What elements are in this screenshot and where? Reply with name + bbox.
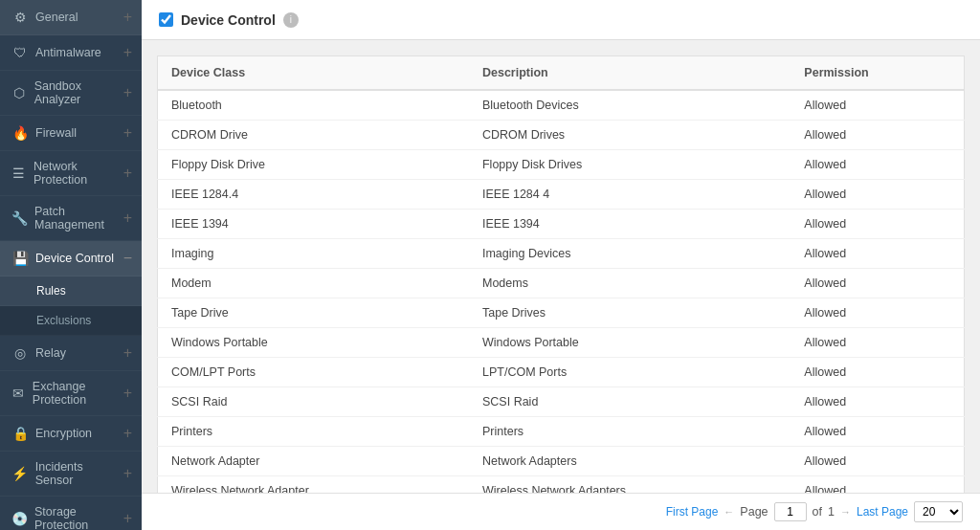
permission-cell: Allowed (791, 269, 964, 298)
device-control-checkbox[interactable] (159, 12, 173, 27)
table-row: ImagingImaging DevicesAllowed (158, 239, 965, 269)
col-header-permission: Permission (791, 56, 964, 91)
sidebar-item-relay[interactable]: ◎Relay+ (0, 336, 142, 371)
permission-cell: Allowed (791, 476, 964, 494)
permission-cell: Allowed (791, 210, 964, 239)
description-cell: Tape Drives (469, 298, 791, 328)
page-number-input[interactable] (774, 502, 807, 521)
incidents-sensor-icon: ⚡ (11, 466, 29, 481)
firewall-icon: 🔥 (11, 125, 29, 141)
sidebar-item-sandbox-analyzer[interactable]: ⬡Sandbox Analyzer+ (0, 71, 142, 116)
device-class-cell[interactable]: Bluetooth (158, 90, 469, 121)
expand-icon: + (123, 84, 132, 101)
page-title: Device Control (181, 12, 276, 28)
expand-icon: + (123, 210, 132, 227)
arrow-left: ← (724, 506, 734, 518)
expand-icon: + (123, 385, 132, 402)
description-cell: Bluetooth Devices (469, 90, 791, 121)
permission-cell: Allowed (791, 239, 964, 269)
sidebar-label-general: General (35, 11, 78, 24)
table-body: BluetoothBluetooth DevicesAllowedCDROM D… (158, 90, 965, 493)
permission-cell: Allowed (791, 150, 964, 180)
sidebar-sub-exclusions[interactable]: Exclusions (0, 306, 142, 336)
description-cell: Floppy Disk Drives (469, 150, 791, 180)
sidebar-label-network-protection: Network Protection (33, 160, 123, 187)
sidebar-label-device-control: Device Control (35, 252, 114, 265)
storage-protection-icon: 💿 (11, 511, 28, 526)
device-class-cell[interactable]: Floppy Disk Drive (158, 150, 469, 180)
table-row: Windows PortableWindows PortableAllowed (158, 328, 965, 358)
description-cell: Network Adapters (469, 447, 791, 476)
last-page-link[interactable]: Last Page (857, 505, 908, 519)
description-cell: Imaging Devices (469, 239, 791, 269)
sidebar-label-storage-protection: Storage Protection (34, 505, 123, 530)
sidebar-item-incidents-sensor[interactable]: ⚡Incidents Sensor+ (0, 452, 142, 497)
sandbox-analyzer-icon: ⬡ (11, 85, 28, 100)
table-row: IEEE 1394IEEE 1394Allowed (158, 210, 965, 239)
sidebar-item-exchange-protection[interactable]: ✉Exchange Protection+ (0, 371, 142, 416)
page-size-select[interactable]: 102050100 (914, 501, 963, 522)
sidebar-item-encryption[interactable]: 🔒Encryption+ (0, 416, 142, 452)
sidebar-label-encryption: Encryption (35, 427, 92, 440)
permission-cell: Allowed (791, 387, 964, 417)
info-icon[interactable]: i (283, 12, 299, 28)
expand-icon: + (123, 425, 132, 442)
expand-icon: + (123, 44, 132, 61)
table-row: SCSI RaidSCSI RaidAllowed (158, 387, 965, 417)
general-icon: ⚙ (11, 10, 29, 25)
device-class-cell[interactable]: Network Adapter (158, 447, 469, 476)
description-cell: Modems (469, 269, 791, 298)
description-cell: IEEE 1284 4 (469, 180, 791, 210)
expand-icon: + (123, 124, 132, 142)
device-table: Device ClassDescriptionPermission Blueto… (157, 55, 965, 493)
sidebar-label-relay: Relay (35, 346, 66, 360)
description-cell: LPT/COM Ports (469, 358, 791, 387)
sidebar-sub-rules[interactable]: Rules (0, 276, 142, 306)
device-class-cell[interactable]: Windows Portable (158, 328, 469, 358)
sidebar-item-patch-management[interactable]: 🔧Patch Management+ (0, 196, 142, 241)
header-bar: Device Control i (142, 0, 980, 40)
table-row: Network AdapterNetwork AdaptersAllowed (158, 447, 965, 476)
description-cell: SCSI Raid (469, 387, 791, 417)
sidebar-label-firewall: Firewall (35, 126, 77, 140)
device-class-cell[interactable]: IEEE 1394 (158, 210, 469, 239)
sidebar-label-exchange-protection: Exchange Protection (33, 380, 123, 407)
table-row: IEEE 1284.4IEEE 1284 4Allowed (158, 180, 965, 210)
table-row: Wireless Network AdapterWireless Network… (158, 476, 965, 494)
device-class-cell[interactable]: Tape Drive (158, 298, 469, 328)
sidebar-item-firewall[interactable]: 🔥Firewall+ (0, 116, 142, 151)
sidebar-item-device-control[interactable]: 💾Device Control− (0, 241, 142, 276)
device-class-cell[interactable]: CDROM Drive (158, 121, 469, 150)
table-row: PrintersPrintersAllowed (158, 417, 965, 447)
table-row: COM/LPT PortsLPT/COM PortsAllowed (158, 358, 965, 387)
permission-cell: Allowed (791, 417, 964, 447)
encryption-icon: 🔒 (11, 426, 29, 441)
col-header-description: Description (469, 56, 791, 91)
sidebar-item-storage-protection[interactable]: 💿Storage Protection+ (0, 497, 142, 530)
main-content: Device Control i Device ClassDescription… (142, 0, 980, 530)
table-row: Tape DriveTape DrivesAllowed (158, 298, 965, 328)
device-class-cell[interactable]: Imaging (158, 239, 469, 269)
table-row: CDROM DriveCDROM DrivesAllowed (158, 121, 965, 150)
first-page-link[interactable]: First Page (666, 505, 719, 519)
expand-icon: + (123, 510, 132, 527)
device-class-cell[interactable]: Modem (158, 269, 469, 298)
exchange-protection-icon: ✉ (11, 386, 26, 401)
expand-icon: + (123, 9, 132, 26)
device-class-cell[interactable]: SCSI Raid (158, 387, 469, 417)
sidebar-item-general[interactable]: ⚙General+ (0, 0, 142, 35)
description-cell: Wireless Network Adapters (469, 476, 791, 494)
page-label: Page (740, 505, 768, 519)
sidebar-item-antimalware[interactable]: 🛡Antimalware+ (0, 35, 142, 71)
device-class-cell[interactable]: Wireless Network Adapter (158, 476, 469, 494)
expand-icon: + (123, 165, 132, 182)
device-class-cell[interactable]: IEEE 1284.4 (158, 180, 469, 210)
permission-cell: Allowed (791, 358, 964, 387)
patch-management-icon: 🔧 (11, 210, 28, 226)
total-pages: 1 (828, 505, 835, 519)
sidebar-item-network-protection[interactable]: ☰Network Protection+ (0, 151, 142, 196)
device-class-cell[interactable]: Printers (158, 417, 469, 447)
sidebar: ⚙General+🛡Antimalware+⬡Sandbox Analyzer+… (0, 0, 142, 530)
sidebar-label-antimalware: Antimalware (35, 46, 101, 59)
device-class-cell[interactable]: COM/LPT Ports (158, 358, 469, 387)
